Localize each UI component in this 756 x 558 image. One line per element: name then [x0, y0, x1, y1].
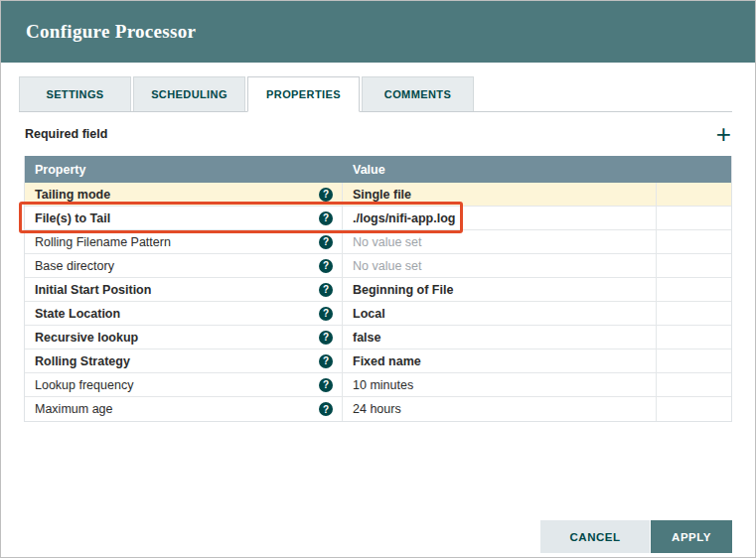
property-value[interactable]: ./logs/nifi-app.log — [343, 207, 657, 229]
table-row-tailing-mode[interactable]: Tailing mode ? Single file — [25, 183, 731, 207]
property-value[interactable]: 10 minutes — [343, 373, 657, 396]
table-row-initial-start-position[interactable]: Initial Start Position ? Beginning of Fi… — [25, 278, 731, 302]
row-action-cell — [657, 230, 731, 253]
property-name: Base directory — [35, 259, 114, 273]
property-name: Rolling Strategy — [35, 354, 130, 368]
property-name: Initial Start Position — [35, 283, 151, 297]
tab-settings[interactable]: SETTINGS — [19, 76, 131, 111]
table-row-recursive-lookup[interactable]: Recursive lookup ? false — [25, 326, 731, 349]
property-name: Maximum age — [35, 402, 113, 416]
help-icon[interactable]: ? — [319, 188, 333, 202]
property-value[interactable]: false — [343, 326, 657, 349]
help-icon[interactable]: ? — [319, 402, 333, 416]
property-value[interactable]: No value set — [343, 230, 657, 253]
tab-scheduling[interactable]: SCHEDULING — [133, 76, 245, 111]
property-name: Recursive lookup — [35, 331, 138, 345]
row-action-cell — [657, 254, 731, 277]
row-action-cell — [657, 397, 731, 421]
property-name: State Location — [35, 307, 120, 321]
property-value[interactable]: Local — [343, 302, 657, 325]
dialog-footer: CANCEL APPLY — [540, 520, 732, 553]
property-value[interactable]: Single file — [343, 183, 657, 206]
column-header-property: Property — [25, 156, 343, 183]
tab-bar: SETTINGS SCHEDULING PROPERTIES COMMENTS — [19, 76, 732, 112]
row-action-cell — [657, 278, 731, 301]
table-row-rolling-strategy[interactable]: Rolling Strategy ? Fixed name — [25, 349, 731, 373]
property-value[interactable]: Fixed name — [343, 349, 657, 372]
help-icon[interactable]: ? — [319, 307, 333, 321]
column-header-extra — [657, 156, 731, 183]
row-action-cell — [657, 207, 731, 229]
row-action-cell — [657, 183, 731, 206]
table-row-files-to-tail[interactable]: File(s) to Tail ? ./logs/nifi-app.log — [25, 207, 731, 230]
cancel-button[interactable]: CANCEL — [540, 520, 650, 553]
row-action-cell — [657, 373, 731, 396]
tab-properties[interactable]: PROPERTIES — [247, 76, 360, 112]
help-icon[interactable]: ? — [319, 283, 333, 297]
property-name: Rolling Filename Pattern — [35, 235, 171, 249]
property-value[interactable]: 24 hours — [343, 397, 657, 421]
row-action-cell — [657, 326, 731, 349]
property-name: Tailing mode — [35, 188, 110, 202]
help-icon[interactable]: ? — [319, 211, 333, 225]
table-header-row: Property Value — [25, 156, 731, 183]
row-action-cell — [657, 349, 731, 372]
table-row-maximum-age[interactable]: Maximum age ? 24 hours — [25, 397, 731, 421]
column-header-value: Value — [343, 156, 657, 183]
dialog-title: Configure Processor — [26, 21, 196, 43]
table-row-rolling-filename-pattern[interactable]: Rolling Filename Pattern ? No value set — [25, 230, 731, 254]
help-icon[interactable]: ? — [319, 235, 333, 249]
help-icon[interactable]: ? — [319, 354, 333, 368]
table-row-state-location[interactable]: State Location ? Local — [25, 302, 731, 326]
property-name: File(s) to Tail — [35, 211, 110, 225]
help-icon[interactable]: ? — [319, 259, 333, 273]
apply-button[interactable]: APPLY — [651, 520, 732, 553]
property-value[interactable]: Beginning of File — [343, 278, 657, 301]
table-toolbar: Required field + — [1, 112, 755, 156]
help-icon[interactable]: ? — [319, 378, 333, 392]
table-row-base-directory[interactable]: Base directory ? No value set — [25, 254, 731, 278]
row-action-cell — [657, 302, 731, 325]
dialog-header: Configure Processor — [1, 1, 755, 63]
table-row-lookup-frequency[interactable]: Lookup frequency ? 10 minutes — [25, 373, 731, 397]
add-property-button[interactable]: + — [716, 121, 731, 147]
required-field-label: Required field — [25, 127, 107, 141]
tab-comments[interactable]: COMMENTS — [362, 76, 474, 111]
properties-table: Property Value Tailing mode ? Single fil… — [24, 156, 732, 422]
configure-processor-dialog: Configure Processor SETTINGS SCHEDULING … — [0, 0, 756, 558]
property-name: Lookup frequency — [35, 378, 133, 392]
help-icon[interactable]: ? — [319, 331, 333, 345]
property-value[interactable]: No value set — [343, 254, 657, 277]
